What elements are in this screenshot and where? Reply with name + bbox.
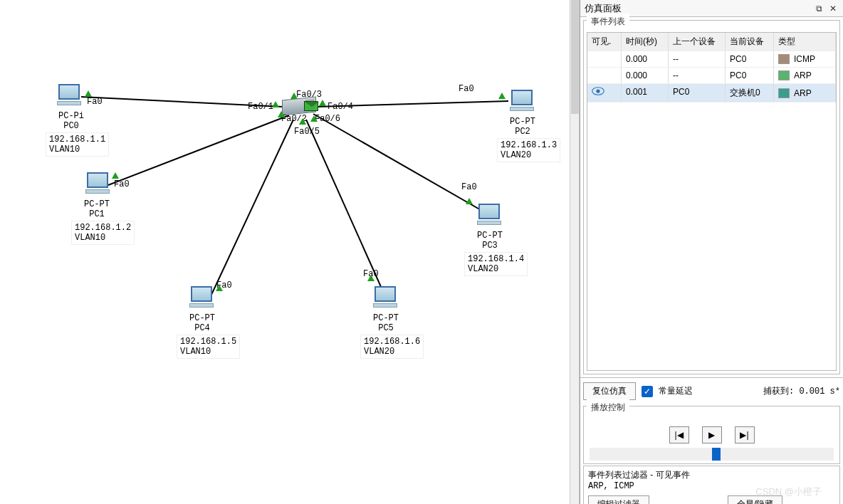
reset-sim-button[interactable]: 复位仿真 [583, 382, 636, 400]
edit-filter-button[interactable]: 编辑过滤器 [588, 495, 649, 504]
event-row[interactable]: 0.001PC0交换机0ARP [587, 84, 836, 103]
link-up-icon [310, 115, 318, 122]
pc-port-label: Fa0 [459, 84, 474, 94]
pc-port-label: Fa0 [87, 97, 103, 107]
step-fwd-button[interactable]: ▶| [735, 426, 755, 443]
col-type: 类型 [774, 33, 836, 51]
pc-label: PC-Pi PC0 [58, 111, 84, 131]
pc-info: 192.168.1.1 VLAN10 [46, 132, 109, 157]
skip-next-icon: ▶| [740, 430, 748, 440]
filter-group: 事件列表过滤器 - 可见事件 ARP, ICMP 编辑过滤器 全显/隐藏 [583, 466, 840, 504]
link-up-icon [498, 93, 506, 99]
switch-port-label: Fa0/5 [294, 127, 320, 137]
pc-info: 192.168.1.2 VLAN10 [71, 221, 135, 245]
link-up-icon [466, 198, 473, 204]
panel-close-icon[interactable]: ✕ [827, 3, 839, 14]
play-icon: ▶ [708, 430, 715, 440]
eye-icon [592, 87, 604, 95]
pc-info: 192.168.1.4 VLAN20 [464, 252, 528, 276]
svg-line-1 [108, 115, 289, 185]
pc-port-label: Fa0 [461, 182, 477, 192]
pc-info: 192.168.1.3 VLAN20 [497, 138, 560, 162]
pc-label: PC-PT PC3 [477, 231, 503, 251]
switch-port-label: Fa0/1 [248, 102, 273, 112]
panel-dock-icon[interactable]: ⧉ [813, 3, 824, 14]
pc-label: PC-PT PC1 [84, 199, 110, 219]
pc-device-pc4[interactable] [188, 286, 215, 310]
link-up-icon [299, 118, 306, 125]
link-up-icon [278, 111, 285, 117]
event-table[interactable]: 可见. 时间(秒) 上一个设备 当前设备 类型 0.000--PC0ICMP0.… [587, 32, 837, 371]
pc-device-pc0[interactable] [56, 84, 83, 108]
switch-port-label: Fa0/4 [328, 102, 353, 112]
event-list-group: 事件列表 可见. 时间(秒) 上一个设备 当前设备 类型 0.000--PC0I… [583, 20, 840, 374]
pc-label: PC-PT PC5 [373, 313, 399, 333]
link-up-icon [112, 172, 119, 179]
event-list-title: 事件列表 [587, 14, 629, 28]
svg-point-7 [596, 89, 599, 93]
const-delay-label: 常量延迟 [659, 385, 693, 397]
filter-title: 事件列表过滤器 - 可见事件 [588, 469, 835, 481]
pc-info: 192.168.1.5 VLAN10 [177, 335, 240, 359]
pc-port-label: Fa0 [114, 179, 130, 189]
event-row[interactable]: 0.000--PC0ICMP [587, 51, 836, 68]
event-row[interactable]: 0.000--PC0ARP [587, 68, 836, 84]
filter-protocols: ARP, ICMP [588, 481, 835, 491]
svg-line-2 [211, 120, 293, 296]
switch-port-label: Fa0/3 [296, 90, 322, 100]
const-delay-checkbox[interactable]: ✓ [642, 386, 653, 397]
link-up-icon [216, 285, 223, 291]
speed-slider[interactable] [590, 448, 834, 461]
playback-group: 播放控制 |◀ ▶ ▶| [583, 406, 840, 464]
pc-info: 192.168.1.6 VLAN20 [360, 335, 424, 359]
switch-port-label: Fa0/6 [315, 114, 340, 124]
pc-device-pc2[interactable] [508, 90, 535, 114]
topology-canvas[interactable]: Fa0/1Fa0/2Fa0/3Fa0/4Fa0/5Fa0/6PC-Pi PC01… [0, 0, 578, 504]
pc-device-pc3[interactable] [476, 204, 503, 228]
link-up-icon [85, 90, 92, 97]
simulation-panel: 仿真面板 ⧉ ✕ 事件列表 可见. 时间(秒) 上一个设备 当前设备 类型 0.… [580, 0, 843, 504]
link-up-icon [367, 275, 375, 281]
col-cur: 当前设备 [726, 33, 774, 51]
col-time: 时间(秒) [622, 33, 669, 51]
show-hide-button[interactable]: 全显/隐藏 [728, 495, 782, 504]
pc-label: PC-PT PC4 [189, 313, 215, 333]
pc-device-pc5[interactable] [372, 286, 399, 310]
svg-line-4 [313, 114, 487, 214]
step-back-button[interactable]: |◀ [669, 426, 689, 443]
canvas-scrollbar[interactable] [570, 0, 580, 504]
link-up-icon [272, 101, 279, 107]
pc-label: PC-PT PC2 [510, 117, 535, 137]
link-up-icon [319, 100, 326, 106]
play-button[interactable]: ▶ [702, 426, 722, 443]
event-table-header: 可见. 时间(秒) 上一个设备 当前设备 类型 [587, 33, 836, 51]
col-last: 上一个设备 [669, 33, 726, 51]
packet-icon[interactable] [304, 101, 318, 111]
captured-text: 捕获到: 0.001 s* [763, 385, 840, 397]
pc-device-pc1[interactable] [84, 172, 111, 196]
col-vis: 可见. [587, 33, 622, 51]
skip-prev-icon: |◀ [674, 430, 683, 440]
link-up-icon [290, 93, 298, 99]
playback-title: 播放控制 [587, 399, 629, 414]
